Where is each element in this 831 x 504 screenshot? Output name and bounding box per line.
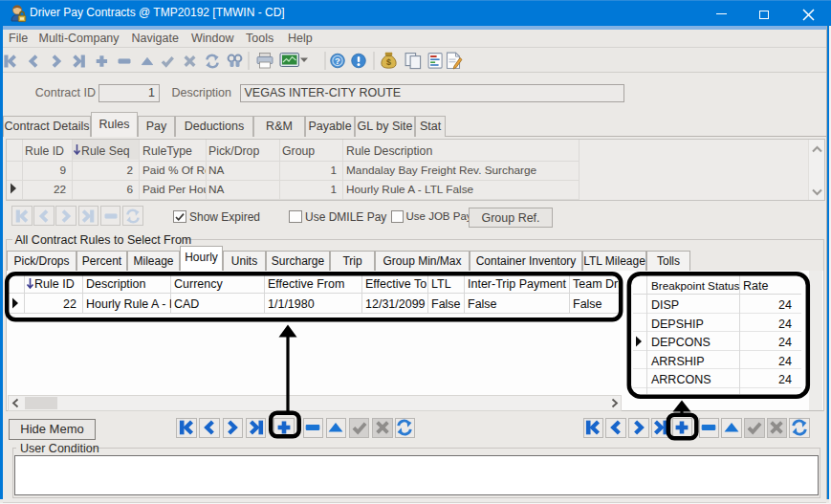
svg-text:?: ? — [335, 55, 340, 66]
svg-text:$: $ — [386, 57, 391, 67]
